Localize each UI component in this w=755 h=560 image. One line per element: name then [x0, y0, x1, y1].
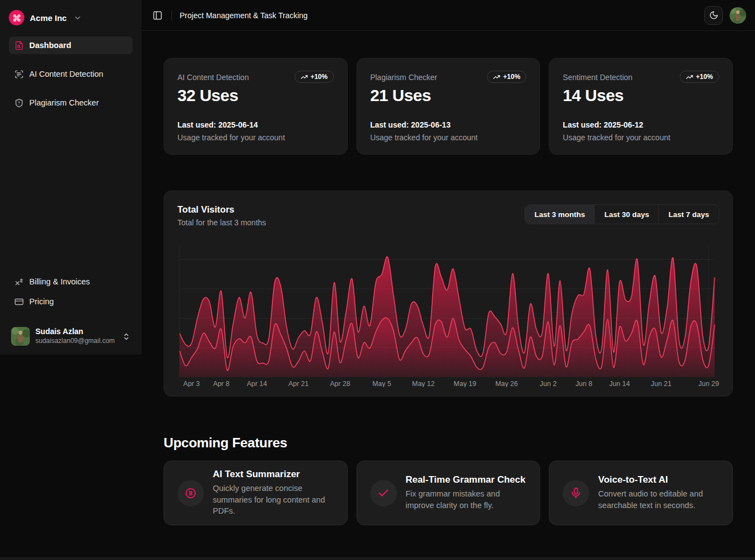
feature-card-ai-text-summarizer: AI Text Summarizer Quickly generate conc…	[164, 461, 348, 525]
sidebar-item-label: Pricing	[29, 297, 54, 306]
credit-card-icon	[14, 297, 24, 307]
svg-text:Apr 14: Apr 14	[247, 380, 267, 387]
feature-description: Convert audio to editable and searchable…	[598, 488, 719, 511]
feature-description: Fix grammar mistakes and improve clarity…	[406, 488, 527, 511]
mic-icon	[570, 487, 582, 499]
divider	[171, 10, 172, 20]
trending-up-icon	[301, 73, 308, 81]
svg-text:May 5: May 5	[373, 380, 391, 387]
stat-value: 14 Uses	[563, 86, 719, 105]
user-avatar	[11, 327, 30, 346]
stat-title: Plagiarism Checker	[370, 71, 437, 82]
sidebar-item-plagiarism-checker[interactable]: Plagiarism Checker	[9, 94, 133, 112]
sidebar: Acme Inc Dashboard AI Content Detection …	[0, 0, 141, 355]
total-visitors-card: Total Visitors Total for the last 3 mont…	[164, 191, 733, 397]
trending-up-icon	[686, 73, 693, 81]
chevrons-up-down-icon	[122, 332, 130, 341]
stat-value: 21 Uses	[370, 86, 527, 105]
stat-last-used: Last used: 2025-06-13	[370, 120, 527, 129]
feature-description: Quickly generate concise summaries for l…	[213, 483, 334, 517]
chart-subtitle: Total for the last 3 months	[177, 218, 266, 227]
feature-card-voice-to-text: Voice-to-Text AI Convert audio to editab…	[549, 461, 733, 525]
stat-title: AI Content Detection	[177, 71, 249, 82]
user-name: Sudais Azlan	[35, 327, 117, 337]
scan-text-icon	[14, 70, 24, 79]
features-grid: AI Text Summarizer Quickly generate conc…	[164, 461, 733, 525]
trend-badge: +10%	[487, 71, 526, 83]
svg-text:Jun 8: Jun 8	[575, 380, 593, 387]
svg-text:May 26: May 26	[495, 380, 518, 387]
stat-card-plagiarism-checker: Plagiarism Checker +10% 21 Uses Last use…	[356, 58, 541, 155]
superscript-icon	[14, 277, 24, 287]
sidebar-nav: Dashboard AI Content Detection Plagiaris…	[9, 36, 133, 112]
acme-logo	[9, 10, 24, 25]
stat-last-used: Last used: 2025-06-14	[177, 120, 334, 129]
org-switcher[interactable]: Acme Inc	[9, 9, 133, 27]
tab-last-7-days[interactable]: Last 7 days	[659, 205, 719, 224]
chevron-down-icon	[74, 14, 82, 22]
time-range-tabs: Last 3 months Last 30 days Last 7 days	[525, 204, 719, 224]
stats-grid: AI Content Detection +10% 32 Uses Last u…	[164, 58, 733, 155]
visitors-chart[interactable]: Apr 3Apr 8Apr 14Apr 21Apr 28May 5May 12M…	[177, 242, 719, 387]
stat-note: Usage tracked for your account	[177, 133, 334, 142]
feature-card-grammar-check: Real-Time Grammar Check Fix grammar mist…	[356, 461, 541, 525]
svg-text:Apr 3: Apr 3	[183, 380, 200, 387]
svg-text:Jun 14: Jun 14	[609, 380, 630, 387]
command-icon	[13, 14, 21, 22]
moon-icon	[709, 10, 719, 20]
stat-value: 32 Uses	[177, 86, 334, 105]
stat-note: Usage tracked for your account	[563, 133, 719, 142]
stat-title: Sentiment Detection	[563, 71, 632, 82]
tab-last-3-months[interactable]: Last 3 months	[525, 205, 595, 224]
tab-last-30-days[interactable]: Last 30 days	[595, 205, 659, 224]
user-email: sudaisazlan09@gmail.com	[35, 337, 117, 346]
svg-text:Jun 21: Jun 21	[651, 380, 672, 387]
chart-title: Total Visitors	[177, 204, 266, 215]
theme-toggle-button[interactable]	[704, 6, 723, 25]
trending-up-icon	[493, 73, 500, 81]
svg-text:Apr 8: Apr 8	[213, 380, 229, 387]
svg-text:Apr 28: Apr 28	[330, 380, 350, 387]
svg-text:May 12: May 12	[412, 380, 435, 387]
trend-badge: +10%	[295, 71, 334, 83]
sidebar-item-label: Plagiarism Checker	[29, 98, 99, 107]
stat-card-sentiment-detection: Sentiment Detection +10% 14 Uses Last us…	[549, 58, 733, 155]
sidebar-item-label: AI Content Detection	[29, 70, 103, 78]
stat-card-ai-content-detection: AI Content Detection +10% 32 Uses Last u…	[164, 58, 348, 155]
sidebar-item-ai-content-detection[interactable]: AI Content Detection	[9, 65, 133, 83]
org-name: Acme Inc	[30, 13, 67, 23]
svg-text:Jun 2: Jun 2	[540, 380, 557, 387]
features-heading: Upcoming Features	[164, 435, 733, 451]
stat-last-used: Last used: 2025-06-12	[563, 120, 719, 129]
sidebar-item-label: Dashboard	[29, 41, 71, 50]
sidebar-item-pricing[interactable]: Pricing	[9, 294, 133, 309]
page-title: Project Management & Task Tracking	[180, 11, 308, 20]
stat-note: Usage tracked for your account	[370, 133, 527, 142]
scrollbar-track[interactable]	[0, 557, 755, 560]
file-search-icon	[14, 41, 24, 50]
sidebar-item-billing-invoices[interactable]: Billing & Invoices	[9, 274, 133, 289]
panel-left-icon	[153, 10, 162, 20]
shield-alert-icon	[14, 98, 24, 108]
topbar: Project Management & Task Tracking	[141, 0, 755, 31]
sidebar-item-dashboard[interactable]: Dashboard	[9, 36, 133, 54]
feature-title: Voice-to-Text AI	[598, 474, 719, 485]
sidebar-footer-nav: Billing & Invoices Pricing	[9, 274, 133, 309]
svg-text:Apr 21: Apr 21	[289, 380, 309, 387]
svg-text:May 19: May 19	[454, 380, 476, 387]
circle-lines-icon	[185, 487, 197, 499]
main-content: AI Content Detection +10% 32 Uses Last u…	[141, 31, 755, 560]
trend-badge: +10%	[680, 71, 719, 83]
feature-title: Real-Time Grammar Check	[406, 474, 527, 485]
profile-avatar-button[interactable]	[730, 7, 746, 24]
feature-title: AI Text Summarizer	[213, 469, 334, 480]
svg-text:Jun 29: Jun 29	[699, 380, 719, 387]
sidebar-toggle-button[interactable]	[148, 6, 167, 25]
sidebar-item-label: Billing & Invoices	[29, 277, 90, 286]
check-icon	[378, 487, 390, 499]
user-menu[interactable]: Sudais Azlan sudaisazlan09@gmail.com	[9, 324, 133, 349]
